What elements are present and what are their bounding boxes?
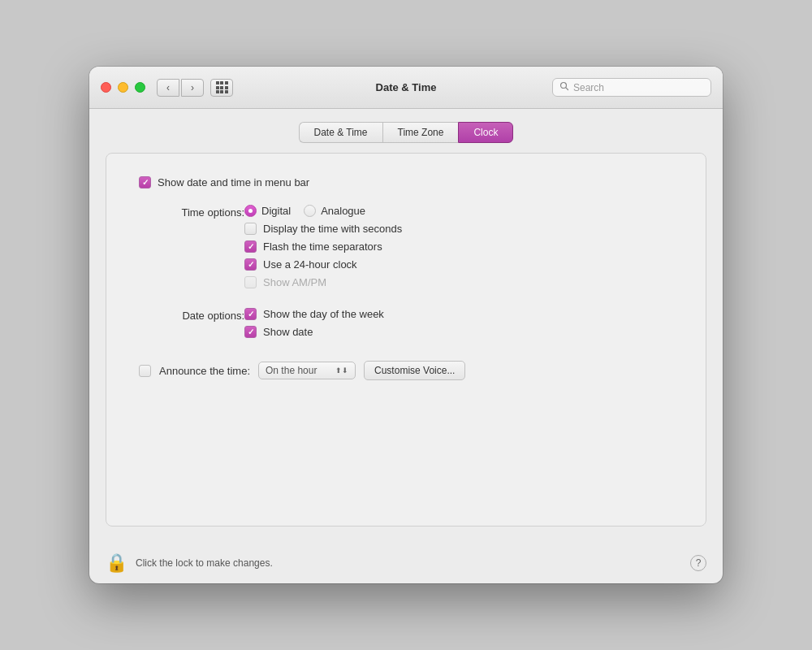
show-date-row: ✓ Show date (244, 326, 673, 338)
time-options-content: Digital Analogue Display the time with s… (244, 205, 673, 288)
show-datetime-checkbox[interactable]: ✓ (139, 176, 151, 188)
content-panel: ✓ Show date and time in menu bar Time op… (106, 153, 706, 526)
dropdown-value: On the hour (266, 365, 317, 376)
analogue-label: Analogue (321, 205, 365, 217)
show-date-checkbox[interactable]: ✓ (244, 326, 257, 338)
help-button[interactable]: ? (690, 555, 706, 571)
announce-time-label: Announce the time: (159, 365, 250, 377)
footer-text: Click the lock to make changes. (136, 557, 273, 569)
analogue-radio-item[interactable]: Analogue (304, 205, 365, 217)
use-24h-label: Use a 24-hour clock (263, 258, 357, 271)
forward-button[interactable]: › (181, 79, 204, 97)
digital-radio[interactable] (244, 205, 257, 217)
date-options-content: ✓ Show the day of the week ✓ Show date (244, 308, 673, 338)
show-ampm-row: Show AM/PM (244, 276, 673, 288)
grid-icon (216, 81, 228, 93)
window-title: Date & Time (376, 81, 437, 93)
back-button[interactable]: ‹ (157, 79, 179, 97)
use-24h-checkbox[interactable]: ✓ (244, 258, 257, 271)
show-datetime-row: ✓ Show date and time in menu bar (139, 176, 673, 188)
announce-section: Announce the time: On the hour ⬆⬇ Custom… (139, 361, 673, 380)
show-day-label: Show the day of the week (263, 308, 384, 320)
tabs-container: Date & Time Time Zone Clock (89, 109, 723, 153)
grid-view-button[interactable] (210, 79, 233, 97)
display-seconds-label: Display the time with seconds (263, 223, 402, 235)
checkmark-icon: ✓ (142, 179, 149, 187)
show-day-row: ✓ Show the day of the week (244, 308, 673, 320)
time-options-section: Time options: Digital Analogue (139, 205, 673, 288)
flash-separators-label: Flash the time separators (263, 240, 382, 253)
show-ampm-checkbox[interactable] (244, 276, 257, 288)
titlebar: ‹ › Date & Time (89, 67, 723, 109)
checkmark-icon: ✓ (248, 328, 254, 336)
maximize-button[interactable] (135, 82, 145, 93)
show-date-label: Show date (263, 326, 313, 338)
search-box[interactable] (552, 78, 711, 97)
svg-line-1 (566, 88, 568, 90)
digital-label: Digital (261, 205, 291, 217)
main-window: ‹ › Date & Time Date & Time Time Zone Cl… (89, 67, 723, 583)
time-options-label: Time options: (139, 205, 244, 288)
use-24h-row: ✓ Use a 24-hour clock (244, 258, 673, 271)
svg-point-0 (561, 83, 567, 89)
lock-icon[interactable]: 🔒 (106, 552, 127, 574)
show-ampm-label: Show AM/PM (263, 276, 326, 288)
checkmark-icon: ✓ (248, 310, 254, 318)
minimize-button[interactable] (118, 82, 128, 93)
show-day-checkbox[interactable]: ✓ (244, 308, 257, 320)
announce-time-dropdown[interactable]: On the hour ⬆⬇ (258, 362, 356, 379)
radio-row: Digital Analogue (244, 205, 673, 217)
traffic-lights (101, 82, 145, 93)
close-button[interactable] (101, 82, 111, 93)
flash-separators-row: ✓ Flash the time separators (244, 240, 673, 253)
tab-time-zone[interactable]: Time Zone (382, 122, 459, 143)
show-datetime-label: Show date and time in menu bar (158, 176, 309, 188)
checkmark-icon: ✓ (248, 261, 254, 269)
search-input[interactable] (573, 82, 704, 93)
customise-voice-button[interactable]: Customise Voice... (364, 361, 465, 380)
chevron-up-down-icon: ⬆⬇ (335, 366, 348, 375)
digital-radio-item[interactable]: Digital (244, 205, 291, 217)
date-options-section: Date options: ✓ Show the day of the week… (139, 308, 673, 338)
radio-dot (248, 209, 253, 213)
footer: 🔒 Click the lock to make changes. ? (89, 543, 723, 583)
date-options-label: Date options: (139, 308, 244, 338)
display-seconds-row: Display the time with seconds (244, 223, 673, 235)
nav-buttons: ‹ › (157, 79, 204, 97)
tab-date-time[interactable]: Date & Time (299, 122, 382, 143)
flash-separators-checkbox[interactable]: ✓ (244, 240, 257, 253)
checkmark-icon: ✓ (248, 243, 254, 251)
display-seconds-checkbox[interactable] (244, 223, 257, 235)
announce-time-checkbox[interactable] (139, 365, 151, 377)
analogue-radio[interactable] (304, 205, 316, 217)
search-icon (559, 81, 569, 93)
tab-clock[interactable]: Clock (458, 122, 513, 143)
